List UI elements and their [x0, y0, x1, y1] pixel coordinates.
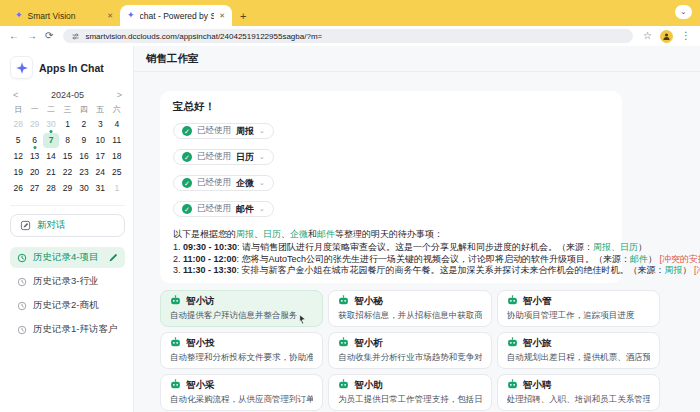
calendar-day[interactable]: 12 [10, 149, 26, 164]
tab-title: Smart Vision [28, 11, 103, 21]
back-icon[interactable]: ← [9, 31, 19, 41]
agent-card[interactable]: 智小采自动化采购流程，从供应商管理到订单处理 [160, 374, 323, 411]
reload-icon[interactable]: ⟳ [45, 31, 53, 41]
calendar-day[interactable]: 27 [26, 181, 42, 196]
robot-icon [170, 337, 181, 350]
calendar-day[interactable]: 5 [10, 133, 26, 148]
history-item-label: 历史记录4-项目 [33, 251, 98, 264]
calendar-day[interactable]: 4 [109, 117, 125, 132]
forward-icon[interactable]: → [27, 31, 37, 41]
calendar-day[interactable]: 19 [10, 165, 26, 180]
used-pill[interactable]: ✓已经使用邮件⌄ [173, 201, 274, 217]
calendar-prev-icon[interactable]: < [13, 90, 18, 100]
calendar-day[interactable]: 11 [109, 133, 125, 148]
calendar-day[interactable]: 17 [92, 149, 108, 164]
history-item[interactable]: 历史记录2-商机 [10, 295, 125, 316]
calendar-day[interactable]: 21 [43, 165, 59, 180]
browser-menu-icon[interactable]: ⋮ [681, 31, 691, 41]
tab-search-button[interactable]: ⌄ [675, 5, 692, 19]
calendar-day[interactable]: 26 [10, 181, 26, 196]
calendar-day[interactable]: 13 [26, 149, 42, 164]
calendar-day[interactable]: 28 [43, 181, 59, 196]
calendar-next-icon[interactable]: > [117, 90, 122, 100]
robot-icon [507, 295, 518, 308]
robot-icon [170, 295, 181, 308]
calendar-day[interactable]: 25 [109, 165, 125, 180]
history-item-label: 历史记录2-商机 [33, 299, 98, 312]
calendar-day[interactable]: 16 [76, 149, 92, 164]
new-tab-button[interactable]: + [240, 10, 246, 22]
calendar-day[interactable]: 18 [109, 149, 125, 164]
calendar-day[interactable]: 15 [59, 149, 75, 164]
agent-card[interactable]: 智小秘获取招标信息，并从招标信息中获取商机 [328, 290, 491, 327]
calendar-day[interactable]: 2 [76, 117, 92, 132]
calendar-day[interactable]: 9 [76, 133, 92, 148]
calendar-day[interactable]: 3 [92, 117, 108, 132]
used-pill[interactable]: ✓已经使用周报⌄ [173, 123, 274, 139]
calendar-day[interactable]: 1 [59, 117, 75, 132]
calendar-day[interactable]: 23 [76, 165, 92, 180]
used-pill[interactable]: ✓已经使用企微⌄ [173, 175, 274, 191]
tab-close-icon[interactable]: ✕ [219, 12, 225, 20]
intro-segment: 和 [308, 229, 317, 239]
agent-card[interactable]: 智小投自动整理和分析投标文件要求，协助准备投标... [160, 332, 323, 369]
browser-window: ✦ Smart Vision ✕ ✦ chat - Powered by Sma… [0, 0, 700, 412]
calendar-day[interactable]: 6 [26, 133, 42, 148]
calendar-weekday: 四 [76, 103, 92, 116]
used-pill[interactable]: ✓已经使用日历⌄ [173, 149, 274, 165]
calendar-day[interactable]: 29 [59, 181, 75, 196]
calendar-day[interactable]: 29 [26, 117, 42, 132]
calendar-day[interactable]: 14 [43, 149, 59, 164]
calendar-day[interactable]: 24 [92, 165, 108, 180]
agent-name: 智小聘 [523, 379, 552, 392]
app-frame: Apps In Chat < 2024-05 > 日一二三四五六28293012… [0, 46, 700, 412]
app-logo-icon [10, 56, 33, 79]
calendar-day[interactable]: 20 [26, 165, 42, 180]
calendar-weekday: 日 [10, 103, 26, 116]
todo-time: 11:30 - 13:30 [183, 265, 237, 275]
app-title: Apps In Chat [39, 62, 104, 74]
new-chat-button[interactable]: 新对话 [10, 214, 125, 237]
agent-card[interactable]: 智小聘处理招聘、入职、培训和员工关系管理任务 [497, 374, 660, 411]
robot-icon [338, 295, 349, 308]
calendar-day[interactable]: 22 [59, 165, 75, 180]
todo-list: 1. 09:30 - 10:30: 请与销售团队进行月度策略审查会议。这是一个分… [173, 242, 609, 277]
agent-card-header: 智小聘 [507, 379, 650, 393]
calendar-day[interactable]: 1 [109, 181, 125, 196]
calendar-day[interactable]: 10 [92, 133, 108, 148]
tab-smart-vision[interactable]: ✦ Smart Vision ✕ [8, 5, 120, 26]
tab-close-icon[interactable]: ✕ [107, 12, 113, 20]
url-bar[interactable]: smartvision.dcclouds.com/appsinchat/2404… [63, 29, 633, 43]
calendar-day-selected[interactable]: 7 [43, 133, 59, 148]
calendar-day[interactable]: 30 [76, 181, 92, 196]
agent-card[interactable]: 智小旅自动规划出差日程，提供机票、酒店预订 [497, 332, 660, 369]
agent-card[interactable]: 智小助为员工提供日常工作管理支持，包括日程安排 [328, 374, 491, 411]
chevron-down-icon: ⌄ [259, 179, 265, 187]
profile-avatar[interactable] [660, 30, 673, 43]
todo-number: 2. [173, 254, 183, 264]
calendar-day[interactable]: 31 [92, 181, 108, 196]
calendar-day[interactable]: 28 [10, 117, 26, 132]
bookmark-star-icon[interactable]: ☆ [643, 31, 652, 41]
pill-prefix: 已经使用 [197, 203, 231, 215]
robot-icon [338, 337, 349, 350]
pill-label: 企微 [236, 177, 254, 190]
edit-pencil-icon[interactable] [108, 253, 118, 263]
history-item[interactable]: 历史记录1-拜访客户 [10, 319, 125, 340]
history-item[interactable]: 历史记录3-行业 [10, 271, 125, 292]
calendar-day[interactable]: 8 [59, 133, 75, 148]
todo-time: 09:30 - 10:30 [183, 242, 237, 252]
calendar-weekday: 二 [43, 103, 59, 116]
calendar-day[interactable]: 30 [43, 117, 59, 132]
tab-chat-active[interactable]: ✦ chat - Powered by Smart Visi ✕ [120, 5, 232, 26]
calendar-weekday: 五 [92, 103, 108, 116]
agent-card[interactable]: 智小析自动收集并分析行业市场趋势和竞争对手信息 [328, 332, 491, 369]
agent-card[interactable]: 智小访自动提供客户拜访信息并整合服务 [160, 290, 323, 327]
history-item[interactable]: 历史记录4-项目 [10, 247, 125, 268]
agent-card-header: 智小秘 [338, 295, 481, 309]
todo-source: 周报、日历 [593, 242, 638, 252]
assistant-message: 宝总好！ ✓已经使用周报⌄✓已经使用日历⌄✓已经使用企微⌄✓已经使用邮件⌄ 以下… [160, 91, 622, 283]
pill-prefix: 已经使用 [197, 151, 231, 163]
used-pills: ✓已经使用周报⌄✓已经使用日历⌄✓已经使用企微⌄✓已经使用邮件⌄ [173, 123, 609, 227]
agent-card[interactable]: 智小管协助项目管理工作，追踪项目进度 [497, 290, 660, 327]
